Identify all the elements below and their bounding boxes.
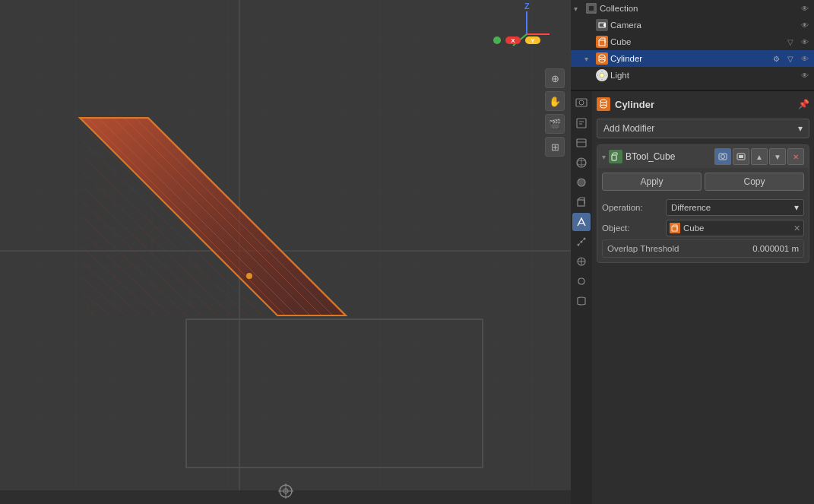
props-data-btn[interactable] [572, 292, 591, 310]
copy-button[interactable]: Copy [705, 173, 804, 191]
add-modifier-arrow: ▾ [798, 123, 803, 134]
orbit-tool-btn[interactable]: 🎬 [545, 114, 565, 134]
modifier-header-btns: ▲ ▼ ✕ [714, 148, 804, 165]
object-selector[interactable]: Cube ✕ [666, 220, 804, 236]
svg-point-55 [246, 273, 252, 279]
operation-row: Operation: Difference ▾ [602, 198, 804, 217]
properties-content: Cylinder 📌 Add Modifier ▾ ▾ [592, 91, 814, 504]
svg-rect-110 [672, 227, 677, 231]
zoom-tool-btn[interactable]: ⊕ [545, 68, 565, 88]
svg-rect-66 [588, 5, 594, 11]
cylinder-settings-btn[interactable]: ⚙ [770, 52, 782, 65]
object-row: Object: Cube ✕ [602, 219, 804, 237]
outliner-item-light[interactable]: Light 👁 [571, 67, 814, 84]
svg-rect-109 [739, 155, 743, 158]
outliner-item-camera[interactable]: Camera 👁 [571, 17, 814, 33]
camera-name: Camera [610, 21, 797, 30]
light-icon [596, 69, 608, 81]
object-clear-btn[interactable]: ✕ [793, 223, 800, 233]
svg-rect-82 [577, 119, 586, 128]
camera-toggle [584, 21, 594, 30]
collection-icon [585, 2, 597, 14]
modifier-header: ▾ BTool_Cube [597, 145, 809, 168]
collection-toggle[interactable]: ▾ [574, 5, 583, 13]
viewport-tools: ⊕ ✋ 🎬 ⊞ [545, 68, 565, 157]
cube-filter-btn[interactable]: ▽ [784, 36, 797, 48]
camera-icon [596, 19, 608, 31]
modifier-move-up-btn[interactable]: ▲ [751, 148, 768, 165]
props-object-btn[interactable] [572, 193, 591, 211]
overlap-threshold-row[interactable]: Overlap Threshold 0.000001 m [602, 239, 804, 258]
add-modifier-label: Add Modifier [603, 123, 654, 134]
apply-button[interactable]: Apply [602, 173, 702, 191]
outliner-item-cylinder[interactable]: ▾ Cylinder ⚙ ▽ 👁 [571, 50, 814, 67]
cylinder-toggle[interactable]: ▾ [584, 55, 594, 63]
operation-value: Difference [671, 203, 711, 212]
collection-eye[interactable]: 👁 [799, 2, 811, 14]
outliner-item-cube[interactable]: Cube ▽ 👁 [571, 33, 814, 50]
viewport[interactable]: Z X Y ⊕ ✋ 🎬 ⊞ [0, 0, 571, 504]
modifier-render-btn[interactable] [714, 148, 731, 165]
modifier-collapse-btn[interactable]: ▾ [602, 153, 606, 161]
overlap-threshold-label: Overlap Threshold [607, 244, 749, 253]
props-constraints-btn[interactable] [572, 272, 591, 290]
svg-point-71 [599, 55, 605, 58]
props-physics-btn[interactable] [572, 252, 591, 271]
props-world-btn[interactable] [572, 173, 591, 192]
viewport-bottom-bar [0, 490, 571, 504]
properties-sidebar [571, 91, 592, 504]
modifier-viewport-btn[interactable] [733, 148, 749, 165]
camera-eye[interactable]: 👁 [799, 19, 811, 31]
modifier-move-down-btn[interactable]: ▼ [769, 148, 786, 165]
svg-point-81 [579, 100, 584, 105]
props-view-btn[interactable] [572, 134, 591, 152]
props-scene-btn[interactable] [572, 154, 591, 172]
svg-rect-69 [599, 40, 605, 46]
cube-icon [596, 36, 608, 48]
svg-point-101 [600, 100, 607, 103]
pin-btn[interactable]: 📌 [798, 99, 809, 109]
svg-point-107 [721, 155, 725, 159]
modifier-card-btool: ▾ BTool_Cube [597, 144, 809, 263]
light-name: Light [610, 71, 797, 80]
outliner: ▾ Collection 👁 Camera 👁 Cube ▽ 👁 [571, 0, 814, 91]
cylinder-filter-btn2[interactable]: ▽ [784, 52, 797, 65]
object-value: Cube [683, 223, 705, 233]
svg-line-97 [581, 239, 584, 242]
cube-name: Cube [610, 37, 782, 46]
add-modifier-btn[interactable]: Add Modifier ▾ [597, 119, 809, 138]
props-render-btn[interactable] [572, 94, 591, 113]
cylinder-name: Cylinder [610, 54, 768, 63]
overlap-threshold-value: 0.000001 m [752, 244, 799, 253]
cube-toggle [584, 38, 594, 46]
right-panel: ▾ Collection 👁 Camera 👁 Cube ▽ 👁 [571, 0, 814, 504]
props-output-btn[interactable] [572, 114, 591, 132]
svg-point-74 [599, 59, 605, 62]
pan-tool-btn[interactable]: ✋ [545, 91, 565, 111]
dot-yellow: Y [525, 36, 540, 44]
modifier-name-label: BTool_Cube [626, 151, 711, 162]
collection-name: Collection [600, 4, 797, 13]
svg-point-75 [600, 73, 604, 78]
object-label: Object: [602, 223, 663, 233]
quad-tool-btn[interactable]: ⊞ [545, 137, 565, 157]
dot-red: X [505, 36, 521, 44]
cylinder-eye[interactable]: 👁 [799, 52, 811, 65]
outliner-item-collection[interactable]: ▾ Collection 👁 [571, 0, 814, 17]
svg-rect-105 [612, 155, 616, 160]
svg-rect-0 [0, 0, 571, 504]
object-header-icon [597, 97, 610, 111]
light-toggle [584, 71, 594, 80]
svg-text:Z: Z [524, 2, 530, 11]
object-header-name: Cylinder [615, 99, 793, 110]
operation-dropdown-arrow: ▾ [794, 202, 799, 213]
object-type-icon [670, 223, 680, 233]
props-particles-btn[interactable] [572, 233, 591, 251]
svg-rect-91 [578, 200, 584, 206]
props-modifiers-btn[interactable] [572, 213, 591, 231]
cube-eye[interactable]: 👁 [799, 36, 811, 48]
operation-dropdown[interactable]: Difference ▾ [666, 199, 804, 216]
add-modifier-row: Add Modifier ▾ [597, 119, 809, 138]
modifier-delete-btn[interactable]: ✕ [787, 148, 804, 165]
light-eye[interactable]: 👁 [799, 69, 811, 81]
